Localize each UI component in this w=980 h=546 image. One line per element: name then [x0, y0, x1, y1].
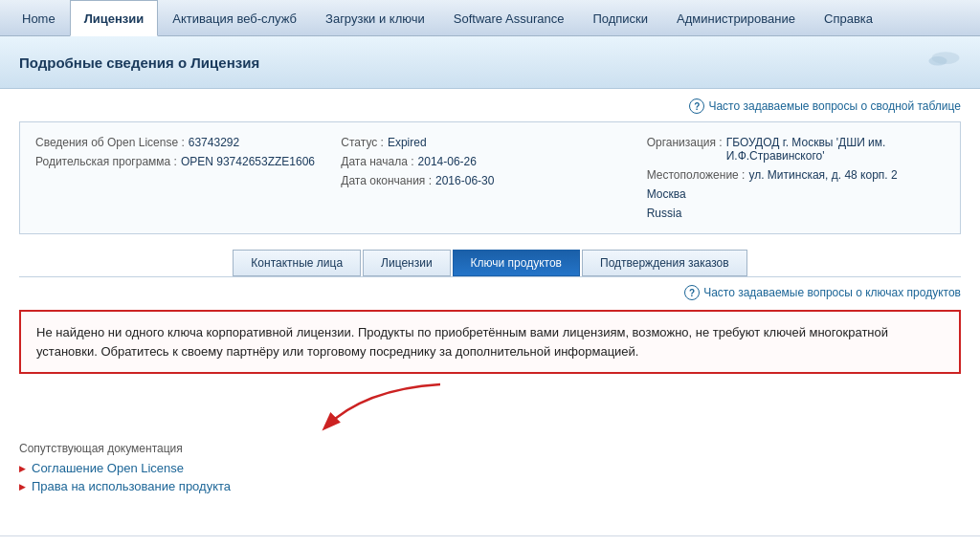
status-row: Статус : Expired: [341, 136, 638, 149]
arrow-svg: [287, 380, 459, 432]
city-row: Москва: [647, 187, 945, 201]
parent-program-label: Родительская программа :: [35, 155, 177, 168]
location-label: Местоположение :: [647, 168, 746, 182]
tab-contacts[interactable]: Контактные лица: [233, 250, 361, 276]
companion-link-use-rights[interactable]: Права на использование продукта: [19, 479, 961, 493]
companion-section: Сопутствующая документация Соглашение Op…: [19, 442, 961, 493]
status-value: Expired: [388, 136, 427, 149]
tabs-row: Контактные лица Лицензии Ключи продуктов…: [19, 250, 961, 277]
arrow-annotation: [19, 380, 961, 432]
nav-downloads[interactable]: Загрузки и ключи: [311, 0, 439, 35]
nav-webservices[interactable]: Активация веб-служб: [158, 0, 311, 35]
open-license-row: Сведения об Open License : 63743292: [35, 136, 333, 149]
org-label: Организация :: [647, 136, 723, 149]
status-label: Статус :: [341, 136, 384, 149]
license-info-box: Сведения об Open License : 63743292 Роди…: [19, 121, 961, 234]
nav-help[interactable]: Справка: [810, 0, 887, 35]
tab-order-confirm[interactable]: Подтверждения заказов: [582, 250, 747, 276]
faq-row2: Часто задаваемые вопросы о ключах продук…: [19, 285, 961, 300]
companion-link-open-license[interactable]: Соглашение Open License: [19, 461, 961, 475]
warning-text: Не найдено ни одного ключа корпоративной…: [36, 325, 888, 359]
main-content: Подробные сведения о Лицензия Часто зада…: [0, 36, 980, 546]
info-middle: Статус : Expired Дата начала : 2014-06-2…: [341, 136, 638, 220]
content-body: Часто задаваемые вопросы о сводной табли…: [0, 89, 980, 516]
date-start-row: Дата начала : 2014-06-26: [341, 155, 638, 168]
faq-link[interactable]: Часто задаваемые вопросы о сводной табли…: [689, 98, 961, 114]
header-icon: [923, 48, 961, 76]
nav-subscriptions[interactable]: Подписки: [578, 0, 662, 35]
warning-box: Не найдено ни одного ключа корпоративной…: [19, 310, 961, 374]
nav-admin[interactable]: Администрирование: [662, 0, 810, 35]
tab-licenses[interactable]: Лицензии: [363, 250, 451, 276]
org-value: ГБОУДОД г. Москвы 'ДШИ им. И.Ф.Стравинск…: [726, 136, 945, 163]
page-header: Подробные сведения о Лицензия: [0, 36, 980, 89]
date-end-row: Дата окончания : 2016-06-30: [341, 174, 638, 187]
date-start-label: Дата начала :: [341, 155, 413, 168]
location-row: Местоположение : ул. Митинская, д. 48 ко…: [647, 168, 945, 182]
open-license-label: Сведения об Open License :: [35, 136, 185, 149]
country-row: Russia: [647, 207, 945, 220]
faq-row: Часто задаваемые вопросы о сводной табли…: [19, 98, 961, 114]
open-license-value: 63743292: [189, 136, 239, 149]
parent-program-row: Родительская программа : OPEN 93742653ZZ…: [35, 155, 333, 168]
footer: Microsoft Справка | Условия использовани…: [0, 535, 980, 546]
country-value: Russia: [647, 207, 682, 220]
info-left: Сведения об Open License : 63743292 Роди…: [35, 136, 333, 220]
svg-point-1: [928, 56, 947, 66]
location-value: ул. Митинская, д. 48 корп. 2: [748, 168, 897, 182]
date-end-value: 2016-06-30: [435, 174, 494, 187]
org-row: Организация : ГБОУДОД г. Москвы 'ДШИ им.…: [647, 136, 945, 163]
nav-home[interactable]: Home: [8, 0, 70, 35]
date-end-label: Дата окончания :: [341, 174, 432, 187]
companion-title: Сопутствующая документация: [19, 442, 961, 455]
nav-licenses[interactable]: Лицензии: [70, 0, 159, 36]
date-start-value: 2014-06-26: [418, 155, 477, 168]
page-title: Подробные сведения о Лицензия: [19, 55, 259, 71]
parent-program-value: OPEN 93742653ZZE1606: [181, 155, 315, 168]
city-value: Москва: [647, 187, 686, 201]
navigation-bar: Home Лицензии Активация веб-служб Загруз…: [0, 0, 980, 36]
faq-link-2[interactable]: Часто задаваемые вопросы о ключах продук…: [684, 285, 961, 300]
info-right: Организация : ГБОУДОД г. Москвы 'ДШИ им.…: [647, 136, 945, 220]
nav-software-assurance[interactable]: Software Assurance: [439, 0, 579, 35]
tab-product-keys[interactable]: Ключи продуктов: [453, 250, 580, 276]
